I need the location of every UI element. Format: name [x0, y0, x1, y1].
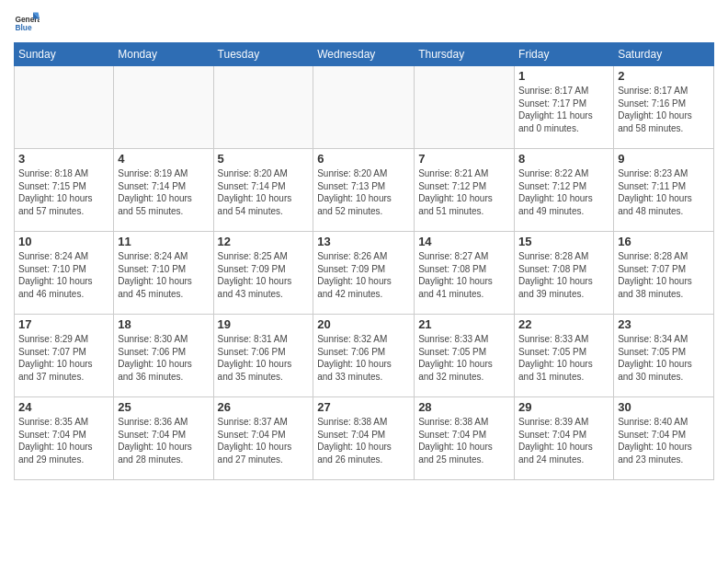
day-info: Sunrise: 8:37 AM Sunset: 7:04 PM Dayligh… [218, 416, 310, 465]
calendar-cell: 3Sunrise: 8:18 AM Sunset: 7:15 PM Daylig… [15, 149, 114, 232]
day-info: Sunrise: 8:30 AM Sunset: 7:06 PM Dayligh… [118, 333, 209, 383]
calendar-cell: 25Sunrise: 8:36 AM Sunset: 7:04 PM Dayli… [114, 397, 213, 480]
day-number: 24 [18, 400, 109, 414]
day-number: 1 [518, 69, 609, 83]
calendar-cell: 6Sunrise: 8:20 AM Sunset: 7:13 PM Daylig… [313, 149, 415, 232]
day-info: Sunrise: 8:19 AM Sunset: 7:14 PM Dayligh… [118, 167, 209, 217]
day-number: 12 [218, 235, 310, 248]
day-number: 15 [518, 235, 609, 248]
day-number: 2 [618, 69, 710, 83]
day-info: Sunrise: 8:24 AM Sunset: 7:10 PM Dayligh… [118, 250, 209, 300]
day-info: Sunrise: 8:25 AM Sunset: 7:09 PM Dayligh… [218, 250, 310, 300]
day-info: Sunrise: 8:17 AM Sunset: 7:16 PM Dayligh… [618, 85, 710, 134]
day-info: Sunrise: 8:24 AM Sunset: 7:10 PM Dayligh… [18, 250, 109, 300]
day-info: Sunrise: 8:34 AM Sunset: 7:05 PM Dayligh… [618, 333, 710, 383]
day-info: Sunrise: 8:38 AM Sunset: 7:04 PM Dayligh… [418, 416, 510, 465]
calendar-cell: 29Sunrise: 8:39 AM Sunset: 7:04 PM Dayli… [515, 397, 614, 480]
logo: General Blue [14, 9, 43, 35]
day-info: Sunrise: 8:31 AM Sunset: 7:06 PM Dayligh… [218, 333, 310, 383]
weekday-header-thursday: Thursday [415, 43, 515, 66]
weekday-header-friday: Friday [515, 43, 614, 66]
day-info: Sunrise: 8:20 AM Sunset: 7:13 PM Dayligh… [317, 167, 410, 217]
calendar-cell: 14Sunrise: 8:27 AM Sunset: 7:08 PM Dayli… [415, 232, 515, 315]
day-number: 18 [118, 317, 209, 331]
calendar-cell: 22Sunrise: 8:33 AM Sunset: 7:05 PM Dayli… [515, 315, 614, 397]
calendar-cell: 7Sunrise: 8:21 AM Sunset: 7:12 PM Daylig… [415, 149, 515, 232]
calendar-cell: 15Sunrise: 8:28 AM Sunset: 7:08 PM Dayli… [515, 232, 614, 315]
day-number: 6 [317, 152, 410, 166]
day-number: 26 [218, 400, 310, 414]
day-info: Sunrise: 8:23 AM Sunset: 7:11 PM Dayligh… [618, 167, 710, 217]
day-number: 20 [317, 317, 410, 331]
day-info: Sunrise: 8:27 AM Sunset: 7:08 PM Dayligh… [418, 250, 510, 300]
header: General Blue [14, 9, 714, 35]
day-number: 16 [618, 235, 710, 248]
calendar-week-5: 24Sunrise: 8:35 AM Sunset: 7:04 PM Dayli… [15, 397, 714, 480]
calendar-cell [415, 66, 515, 149]
logo-icon: General Blue [14, 9, 40, 35]
calendar-cell: 24Sunrise: 8:35 AM Sunset: 7:04 PM Dayli… [15, 397, 114, 480]
weekday-header-wednesday: Wednesday [313, 43, 415, 66]
day-info: Sunrise: 8:21 AM Sunset: 7:12 PM Dayligh… [418, 167, 510, 217]
day-number: 21 [418, 317, 510, 331]
calendar-cell: 11Sunrise: 8:24 AM Sunset: 7:10 PM Dayli… [114, 232, 213, 315]
day-info: Sunrise: 8:28 AM Sunset: 7:08 PM Dayligh… [518, 250, 609, 300]
day-number: 28 [418, 400, 510, 414]
calendar-header-row: SundayMondayTuesdayWednesdayThursdayFrid… [15, 43, 714, 66]
day-number: 25 [118, 400, 209, 414]
day-number: 8 [518, 152, 609, 166]
weekday-header-sunday: Sunday [15, 43, 114, 66]
calendar-cell: 27Sunrise: 8:38 AM Sunset: 7:04 PM Dayli… [313, 397, 415, 480]
day-number: 7 [418, 152, 510, 166]
day-number: 9 [618, 152, 710, 166]
day-info: Sunrise: 8:26 AM Sunset: 7:09 PM Dayligh… [317, 250, 410, 300]
calendar-cell: 8Sunrise: 8:22 AM Sunset: 7:12 PM Daylig… [515, 149, 614, 232]
calendar-cell: 21Sunrise: 8:33 AM Sunset: 7:05 PM Dayli… [415, 315, 515, 397]
calendar-cell [313, 66, 415, 149]
day-number: 17 [18, 317, 109, 331]
day-info: Sunrise: 8:22 AM Sunset: 7:12 PM Dayligh… [518, 167, 609, 217]
calendar-cell: 10Sunrise: 8:24 AM Sunset: 7:10 PM Dayli… [15, 232, 114, 315]
day-info: Sunrise: 8:38 AM Sunset: 7:04 PM Dayligh… [317, 416, 410, 465]
day-number: 27 [317, 400, 410, 414]
day-number: 22 [518, 317, 609, 331]
day-number: 23 [618, 317, 710, 331]
calendar-cell: 28Sunrise: 8:38 AM Sunset: 7:04 PM Dayli… [415, 397, 515, 480]
day-number: 19 [218, 317, 310, 331]
calendar-cell: 23Sunrise: 8:34 AM Sunset: 7:05 PM Dayli… [614, 315, 714, 397]
calendar-cell: 1Sunrise: 8:17 AM Sunset: 7:17 PM Daylig… [515, 66, 614, 149]
page-container: General Blue SundayMondayTuesdayWednesda… [0, 0, 728, 489]
day-number: 10 [18, 235, 109, 248]
day-info: Sunrise: 8:33 AM Sunset: 7:05 PM Dayligh… [418, 333, 510, 383]
weekday-header-monday: Monday [114, 43, 213, 66]
day-info: Sunrise: 8:36 AM Sunset: 7:04 PM Dayligh… [118, 416, 209, 465]
day-number: 30 [618, 400, 710, 414]
calendar-cell: 26Sunrise: 8:37 AM Sunset: 7:04 PM Dayli… [213, 397, 313, 480]
calendar-table: SundayMondayTuesdayWednesdayThursdayFrid… [14, 42, 714, 480]
calendar-week-1: 1Sunrise: 8:17 AM Sunset: 7:17 PM Daylig… [15, 66, 714, 149]
calendar-week-2: 3Sunrise: 8:18 AM Sunset: 7:15 PM Daylig… [15, 149, 714, 232]
calendar-cell: 17Sunrise: 8:29 AM Sunset: 7:07 PM Dayli… [15, 315, 114, 397]
calendar-cell: 18Sunrise: 8:30 AM Sunset: 7:06 PM Dayli… [114, 315, 213, 397]
day-info: Sunrise: 8:17 AM Sunset: 7:17 PM Dayligh… [518, 85, 609, 134]
calendar-cell: 2Sunrise: 8:17 AM Sunset: 7:16 PM Daylig… [614, 66, 714, 149]
weekday-header-saturday: Saturday [614, 43, 714, 66]
calendar-cell [213, 66, 313, 149]
day-number: 29 [518, 400, 609, 414]
calendar-cell [15, 66, 114, 149]
calendar-cell: 13Sunrise: 8:26 AM Sunset: 7:09 PM Dayli… [313, 232, 415, 315]
calendar-week-4: 17Sunrise: 8:29 AM Sunset: 7:07 PM Dayli… [15, 315, 714, 397]
calendar-cell: 12Sunrise: 8:25 AM Sunset: 7:09 PM Dayli… [213, 232, 313, 315]
day-number: 5 [218, 152, 310, 166]
calendar-cell [114, 66, 213, 149]
calendar-cell: 19Sunrise: 8:31 AM Sunset: 7:06 PM Dayli… [213, 315, 313, 397]
day-info: Sunrise: 8:33 AM Sunset: 7:05 PM Dayligh… [518, 333, 609, 383]
day-info: Sunrise: 8:32 AM Sunset: 7:06 PM Dayligh… [317, 333, 410, 383]
day-number: 11 [118, 235, 209, 248]
day-info: Sunrise: 8:20 AM Sunset: 7:14 PM Dayligh… [218, 167, 310, 217]
calendar-cell: 16Sunrise: 8:28 AM Sunset: 7:07 PM Dayli… [614, 232, 714, 315]
svg-text:Blue: Blue [15, 23, 31, 32]
day-number: 13 [317, 235, 410, 248]
day-number: 14 [418, 235, 510, 248]
weekday-header-tuesday: Tuesday [213, 43, 313, 66]
